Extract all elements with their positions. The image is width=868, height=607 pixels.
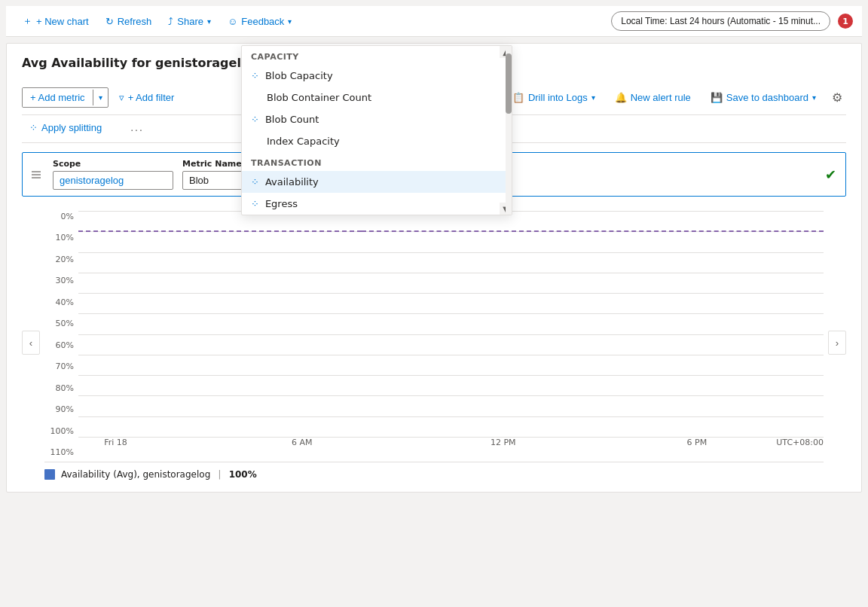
scope-label: Scope	[53, 159, 173, 169]
save-chevron-icon: ▾	[812, 93, 816, 102]
share-label: Share	[177, 16, 203, 27]
legend-separator: |	[218, 468, 221, 480]
row-confirm-icon[interactable]: ✔	[825, 166, 836, 182]
alert-label: New alert rule	[631, 92, 691, 103]
filter-icon: ▿	[119, 92, 124, 103]
blob-capacity-icon: ⁘	[251, 70, 259, 81]
share-button[interactable]: ⤴ Share ▾	[160, 12, 219, 31]
chevron-left-icon: ‹	[29, 337, 32, 349]
scope-input[interactable]	[53, 171, 173, 190]
x-axis: Fri 18 6 AM 12 PM 6 PM UTC+08:00	[78, 438, 824, 456]
share-icon: ⤴	[168, 16, 173, 27]
add-metric-chevron-icon: ▾	[99, 93, 102, 102]
x-label-6am: 6 AM	[292, 438, 313, 447]
toolbar-left: ＋ + New chart ↻ Refresh ⤴ Share ▾ ☺ Feed…	[15, 11, 608, 32]
chart-data-line-right	[362, 230, 824, 232]
index-capacity-label: Index Capacity	[267, 136, 340, 147]
refresh-button[interactable]: ↻ Refresh	[98, 12, 160, 31]
y-label: 90%	[56, 404, 74, 414]
share-chevron-icon: ▾	[207, 17, 211, 26]
main-card: Avg Availability for genistoragelog ✏ + …	[6, 43, 862, 493]
add-filter-button[interactable]: ▿ + Add filter	[112, 88, 182, 107]
legend-value: 100%	[229, 469, 257, 480]
card-title: Avg Availability for genistoragelog	[22, 56, 258, 70]
y-label: 0%	[61, 212, 74, 221]
time-selector-button[interactable]: Local Time: Last 24 hours (Automatic - 1…	[611, 11, 830, 31]
more-button[interactable]: ...	[124, 118, 150, 136]
blob-capacity-item[interactable]: ⁘ Blob Capacity	[242, 65, 512, 87]
add-metric-dropdown-button[interactable]: ▾	[93, 90, 108, 105]
grid-line	[78, 355, 824, 355]
splitting-icon: ⁘	[29, 122, 38, 133]
y-label: 50%	[56, 319, 74, 328]
drill-icon: 📋	[512, 92, 524, 103]
apply-splitting-button[interactable]: ⁘ Apply splitting	[22, 119, 109, 136]
grid-line	[78, 313, 824, 314]
index-capacity-item[interactable]: Index Capacity	[242, 130, 512, 152]
scope-group: Scope	[53, 159, 173, 190]
chart-nav-right-button[interactable]: ›	[828, 331, 846, 355]
add-filter-label: + Add filter	[128, 92, 175, 103]
add-metric-split-button: + Add metric ▾	[22, 87, 108, 108]
blob-count-icon: ⁘	[251, 114, 259, 125]
chart-nav-left-button[interactable]: ‹	[22, 331, 40, 355]
plus-icon: ＋	[23, 14, 32, 28]
new-alert-rule-button[interactable]: 🔔 New alert rule	[607, 88, 698, 107]
legend-color-swatch	[44, 469, 55, 480]
feedback-label: Feedback	[241, 16, 284, 27]
chart-area: ‹ › 110% 100% 90% 80% 70% 60% 50% 40% 30…	[22, 206, 846, 480]
gear-icon: ⚙	[832, 90, 842, 105]
feedback-button[interactable]: ☺ Feedback ▾	[220, 12, 299, 31]
y-label: 60%	[56, 340, 74, 350]
x-label-fri18: Fri 18	[104, 438, 127, 447]
grid-line	[78, 252, 824, 253]
blob-container-count-label: Blob Container Count	[267, 92, 371, 103]
add-metric-label: + Add metric	[30, 92, 85, 103]
transaction-category-label: TRANSACTION	[242, 152, 512, 171]
availability-item[interactable]: ⁘ Availability	[242, 171, 512, 193]
egress-icon: ⁘	[251, 198, 259, 209]
grid-line	[78, 273, 824, 273]
y-label: 80%	[56, 383, 74, 393]
grid-line	[78, 375, 824, 376]
refresh-icon: ↻	[105, 16, 114, 27]
save-label: Save to dashboard	[726, 92, 808, 103]
apply-splitting-label: Apply splitting	[41, 122, 102, 133]
save-to-dashboard-button[interactable]: 💾 Save to dashboard ▾	[703, 88, 824, 107]
row-handle[interactable]	[32, 171, 41, 178]
grid-line	[78, 334, 824, 335]
capacity-category-label: CAPACITY	[242, 46, 512, 65]
notification-badge: 1	[838, 14, 853, 29]
utc-label: UTC+08:00	[776, 438, 824, 447]
new-chart-button[interactable]: ＋ + New chart	[15, 11, 96, 32]
blob-count-label: Blob Count	[265, 114, 319, 125]
egress-item[interactable]: ⁘ Egress	[242, 193, 512, 215]
dropdown-scrollbar-thumb[interactable]	[506, 53, 512, 114]
drill-into-logs-button[interactable]: 📋 Drill into Logs ▾	[505, 88, 603, 107]
feedback-icon: ☺	[228, 16, 237, 27]
refresh-label: Refresh	[118, 16, 152, 27]
y-label: 20%	[56, 255, 74, 264]
egress-label: Egress	[265, 198, 298, 209]
legend-label: Availability (Avg), genistoragelog	[61, 469, 210, 480]
availability-label: Availability	[265, 176, 319, 188]
blob-count-item[interactable]: ⁘ Blob Count	[242, 108, 512, 130]
time-selector-label: Local Time: Last 24 hours (Automatic - 1…	[621, 16, 821, 26]
y-label: 40%	[56, 297, 74, 307]
toolbar-right: Local Time: Last 24 hours (Automatic - 1…	[611, 11, 853, 31]
settings-button[interactable]: ⚙	[828, 87, 846, 108]
alert-icon: 🔔	[615, 92, 627, 103]
save-icon: 💾	[711, 92, 723, 103]
chevron-right-icon: ›	[836, 337, 839, 349]
y-label: 110%	[50, 447, 74, 457]
grid-lines	[78, 212, 824, 438]
chart-legend: Availability (Avg), genistoragelog | 100…	[44, 462, 824, 480]
y-label: 100%	[50, 426, 74, 436]
blob-container-count-item[interactable]: Blob Container Count	[242, 87, 512, 108]
blob-capacity-label: Blob Capacity	[265, 70, 333, 81]
x-label-12pm: 12 PM	[491, 438, 516, 447]
grid-line	[78, 416, 824, 417]
grid-line	[78, 293, 824, 294]
add-metric-button[interactable]: + Add metric	[23, 88, 93, 107]
grid-line	[78, 395, 824, 396]
